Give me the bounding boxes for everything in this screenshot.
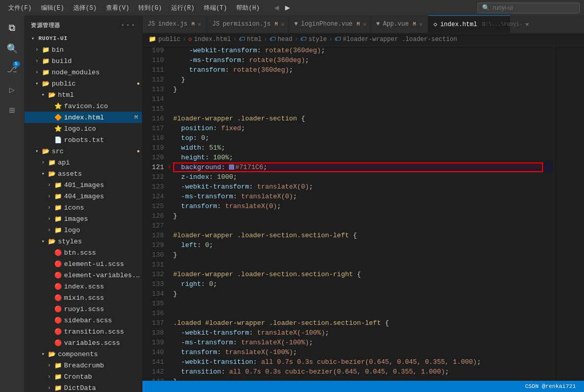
code-content[interactable]: -webkit-transform: rotate(360deg); -ms-t… [169,46,553,381]
search-input[interactable] [493,4,575,11]
tab-app_vue[interactable]: ▼App.vueM✕ [371,15,428,33]
sidebar-item-robots[interactable]: 📄robots.txt [25,134,142,146]
sidebar-item-breadcrumb[interactable]: ›📁Breadcrumb [25,360,142,371]
sidebar-item-logo[interactable]: ⭐logo.ico [25,123,142,134]
sidebar-item-bin[interactable]: ›📁bin [25,44,142,55]
breadcrumb-item-5[interactable]: 🏷#loader-wrapper .loader-section [335,35,457,43]
sidebar-item-variables_scss[interactable]: 🔴variables.scss [25,337,142,348]
line-number-127: 127 [142,221,164,231]
menu-item-f[interactable]: 文件(F) [4,3,36,13]
sidebar-more-button[interactable]: ··· [120,20,136,30]
file-label: transition.scss [62,328,142,336]
menu-item-r[interactable]: 运行(R) [167,3,199,13]
code-token: 0 [201,133,205,143]
tab-permission_js[interactable]: JSpermission.jsM✕ [207,15,289,33]
line-number-140: 140 [142,347,164,357]
sidebar-item-mixin_scss[interactable]: 🔴mixin.scss [25,292,142,303]
nav-forward-button[interactable]: ▶ [283,3,293,13]
sidebar-item-styles[interactable]: ▾📂styles [25,236,142,247]
sidebar-item-api[interactable]: ›📁api [25,157,142,168]
sidebar-item-transition_scss[interactable]: 🔴transition.scss [25,326,142,337]
sidebar-item-src[interactable]: ▾📂src● [25,146,142,157]
code-token: -webkit-transform [173,46,257,55]
code-line-117: position: fixed; [173,123,553,133]
breadcrumb-item-2[interactable]: 🏷html [239,35,262,43]
activity-icon-files[interactable]: ⧉ [4,19,21,37]
color-swatch [229,164,234,170]
sidebar-item-404_images[interactable]: ›📁404_images [25,191,142,202]
tab-close-button[interactable]: ✕ [281,20,284,28]
menu-item-g[interactable]: 转到(G) [134,3,166,13]
file-label: Crontab [62,373,142,381]
sidebar-item-btn_scss[interactable]: 🔴btn.scss [25,247,142,258]
status-item-csdn[interactable]: CSDN @renkai721 [521,383,580,389]
sidebar-item-build[interactable]: ›📁build [25,55,142,67]
sidebar-item-logo_dir[interactable]: ›📁logo [25,224,142,236]
breadcrumb-item-3[interactable]: 🏷head [269,35,293,43]
file-type-icon: 📁 [53,384,62,392]
sidebar-item-dictdata[interactable]: ›📁DictData [25,382,142,392]
tab-close-button[interactable]: ✕ [525,20,529,28]
menu-item-e[interactable]: 编辑(E) [37,3,69,13]
sidebar-item-images[interactable]: ›📁images [25,213,142,224]
menu-item-s[interactable]: 选择(S) [69,3,101,13]
breadcrumb-item-4[interactable]: 🏷style [300,35,327,43]
file-label: images [62,215,142,223]
code-token: translateX(-100%) [257,328,325,338]
editor-area: JSindex.jsM✕JSpermission.jsM✕▼loginPhone… [142,15,584,392]
activity-icon-search[interactable]: 🔍 [4,40,21,57]
file-label: build [50,57,142,65]
breadcrumb-item-1[interactable]: ◇index.html [188,35,231,43]
line-number-134: 134 [142,289,164,299]
menu-item-t[interactable]: 终端(T) [200,3,232,13]
sidebar-item-favicon[interactable]: ⭐favicon.ico [25,100,142,112]
code-line-132: #loader-wrapper .loader-section.section-… [173,270,553,279]
line-number-114: 114 [142,94,164,104]
tab-modified-indicator: M [357,22,360,27]
sidebar-item-sidebar_scss[interactable]: 🔴sidebar.scss [25,315,142,326]
line-number-128: 128 [142,231,164,240]
code-token: 0 [209,279,213,289]
breadcrumb-item-0[interactable]: 📁public [149,35,180,43]
code-token: rotate(360deg) [233,65,289,75]
tab-index_html[interactable]: ◇index.htmlD:\...\ruoyi-✕ [428,15,510,33]
title-bar: 文件(F)编辑(E)选择(S)查看(V)转到(G)运行(R)终端(T)帮助(H)… [0,0,584,15]
sidebar-item-element_ui_scss[interactable]: 🔴element-ui.scss [25,258,142,270]
activity-icon-extensions[interactable]: ⊞ [4,101,21,119]
tab-close-button[interactable]: ✕ [363,20,366,28]
breadcrumb-separator: › [264,36,267,43]
file-label: ruoyi.scss [62,305,142,313]
tab-close-button[interactable]: ✕ [419,20,423,28]
sidebar-item-index_scss[interactable]: 🔴index.scss [25,281,142,292]
file-type-icon: 📁 [53,373,62,381]
sidebar-item-public[interactable]: ▾📂public● [25,78,142,89]
code-line-109: -webkit-transform: rotate(360deg); [173,46,553,55]
tab-index_js[interactable]: JSindex.jsM✕ [142,15,207,33]
sidebar-item-components[interactable]: ▾📂components [25,348,142,360]
activity-icon-run[interactable]: ▷ [4,81,21,98]
line-number-115: 115 [142,104,164,114]
sidebar-item-icons[interactable]: ›📁icons [25,202,142,213]
tab-close-button[interactable]: ✕ [198,20,201,28]
sidebar-item-401_images[interactable]: ›📁401_images [25,179,142,191]
nav-back-button[interactable]: ◀ [272,3,281,13]
sidebar-item-crontab[interactable]: ›📁Crontab [25,371,142,382]
sidebar-item-ruoyi_scss[interactable]: 🔴ruoyi.scss [25,303,142,315]
sidebar-item-html[interactable]: ▾📂html [25,89,142,100]
code-token: .loaded #loader-wrapper .loader-section.… [173,318,381,328]
search-bar[interactable]: 🔍 [477,3,580,13]
sidebar-item-element_vars_scss[interactable]: 🔴element-variables.scss [25,270,142,281]
sidebar-item-assets[interactable]: ▾📂assets [25,168,142,179]
code-icon: 🏷 [239,35,245,43]
sidebar-root[interactable]: ▾RUOYI-UI [25,33,142,44]
tab-login_phone_vue[interactable]: ▼loginPhone.vueM✕ [289,15,371,33]
file-label: 401_images [62,181,142,189]
activity-icon-source-control[interactable]: ⎇5 [4,60,21,78]
menu-item-v[interactable]: 查看(V) [102,3,134,13]
menu-item-h[interactable]: 帮助(H) [232,3,264,13]
sidebar-item-index_html[interactable]: 🔶index.htmlM [25,112,142,123]
sidebar-item-node_modules[interactable]: ›📁node_modules [25,67,142,78]
code-token: : [197,240,205,250]
tab-lang-icon: JS [148,20,155,28]
code-token: ; [325,328,329,338]
